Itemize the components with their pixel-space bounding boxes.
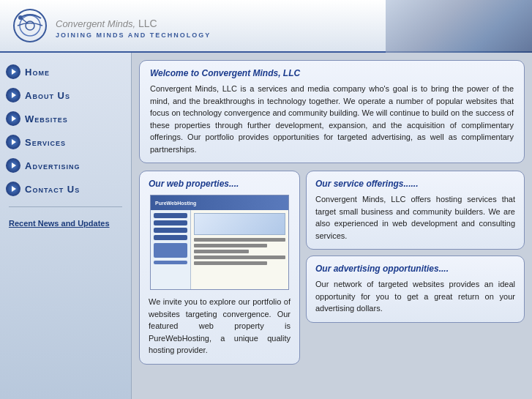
web-properties-title: Our web properties.... [149, 179, 291, 189]
nav-label-advertising: Advertising [25, 160, 80, 171]
service-offerings-box: Our service offerings...... Convergent M… [306, 171, 525, 250]
nav-item-advertising[interactable]: Advertising [0, 154, 131, 177]
main-layout: Home About Us Websites Services Advertis… [0, 53, 532, 399]
advertising-body: Our network of targeted websites provide… [315, 278, 515, 315]
nav-item-about[interactable]: About Us [0, 83, 131, 107]
ss-line-4 [194, 256, 285, 259]
sidebar: Home About Us Websites Services Advertis… [0, 53, 132, 399]
header: Convergent Minds, LLC Joining Minds and … [0, 0, 532, 53]
nav-item-websites[interactable]: Websites [0, 107, 131, 130]
welcome-title: Welcome to Convergent Minds, LLC [150, 68, 514, 78]
sidebar-divider [9, 206, 122, 207]
ss-line-5 [194, 261, 267, 265]
ss-line-1 [194, 238, 285, 242]
nav-label-services: Services [25, 137, 66, 148]
svg-point-1 [20, 15, 40, 36]
recent-news-link[interactable]: Recent News and Updates [0, 213, 131, 234]
nav-arrow-advertising [6, 158, 20, 173]
bottom-grid: Our web properties.... PureWebHosting [139, 171, 525, 365]
screenshot-main-content [191, 210, 288, 290]
screenshot-header-text: PureWebHosting [155, 201, 196, 206]
nav-arrow-services [6, 135, 20, 149]
nav-label-websites: Websites [25, 113, 68, 124]
nav-label-home: Home [25, 67, 50, 78]
advertising-title: Our advertising opportunities.... [315, 264, 515, 274]
website-screenshot: PureWebHosting [150, 195, 289, 290]
nav-menu: Home About Us Websites Services Advertis… [0, 60, 131, 201]
nav-item-home[interactable]: Home [0, 60, 131, 83]
ss-nav-3 [154, 228, 187, 233]
nav-arrow-home [6, 64, 20, 79]
nav-item-services[interactable]: Services [0, 130, 131, 154]
logo-subtitle: Joining Minds and Technology [56, 31, 211, 39]
web-properties-body: We invite you to explore our portfolio o… [149, 296, 291, 357]
ss-nav-6 [154, 261, 187, 264]
nav-arrow-websites [6, 111, 20, 126]
ss-nav-1 [154, 213, 187, 218]
welcome-box: Welcome to Convergent Minds, LLC Converg… [139, 60, 525, 163]
logo: Convergent Minds, LLC Joining Minds and … [12, 7, 211, 44]
nav-arrow-about [6, 88, 20, 102]
content-area: Welcome to Convergent Minds, LLC Converg… [132, 53, 532, 399]
logo-title: Convergent Minds, LLC [56, 12, 211, 31]
nav-arrow-contact [6, 182, 20, 196]
ss-nav-4 [154, 235, 187, 240]
service-offerings-title: Our service offerings...... [315, 179, 515, 189]
right-column: Our service offerings...... Convergent M… [306, 171, 525, 365]
service-offerings-body: Convergent Minds, LLC offers hosting ser… [315, 193, 515, 242]
ss-nav-5 [154, 243, 187, 258]
screenshot-header: PureWebHosting [151, 195, 288, 210]
welcome-body: Convergent Minds, LLC is a services and … [150, 83, 514, 155]
nav-item-contact[interactable]: Contact Us [0, 177, 131, 201]
ss-line-2 [194, 244, 267, 247]
ss-banner [194, 213, 285, 235]
screenshot-sidebar-nav [151, 210, 191, 290]
nav-label-contact: Contact Us [25, 184, 80, 195]
screenshot-body [151, 210, 288, 290]
nav-label-about: About Us [25, 90, 70, 101]
ss-nav-2 [154, 220, 187, 225]
advertising-box: Our advertising opportunities.... Our ne… [306, 256, 525, 323]
logo-icon [12, 7, 48, 44]
header-decorative-image [386, 0, 532, 53]
ss-line-3 [194, 250, 249, 253]
logo-text: Convergent Minds, LLC Joining Minds and … [56, 12, 211, 39]
web-properties-box: Our web properties.... PureWebHosting [139, 171, 300, 365]
